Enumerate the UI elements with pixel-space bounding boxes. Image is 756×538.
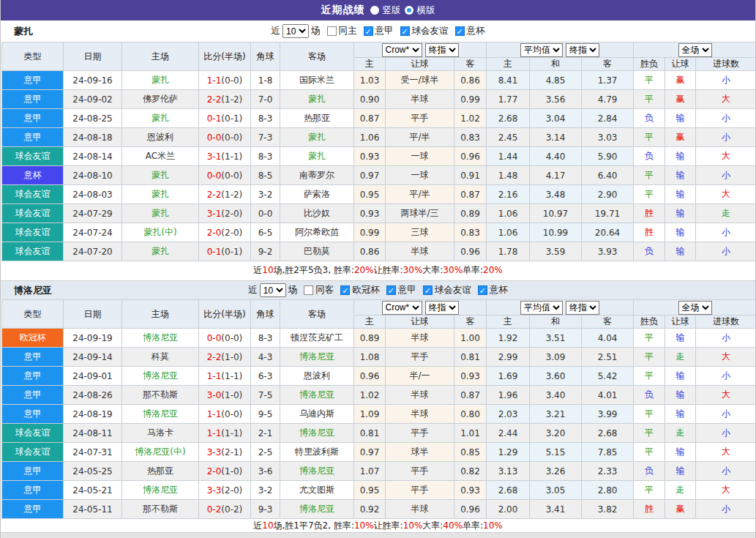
home-team-cell: 博洛尼亚 xyxy=(122,481,199,500)
final-odds-select[interactable]: 终指 xyxy=(425,301,459,315)
corners-cell: 3-2 xyxy=(251,185,280,204)
result-handicap: 赢 xyxy=(665,128,696,147)
avg-draw-odds: 3.05 xyxy=(530,481,582,500)
fulltime-score: 0-1 xyxy=(207,247,222,257)
recent-results-page: 近期战绩 竖版 横版 蒙扎 近10场同主✓意甲✓球会友谊✓意杯 类型 日期 xyxy=(0,0,756,538)
avg-draw-odds: 4.85 xyxy=(530,71,582,90)
match-row: 意甲24-08-18恩波利0-0(0-0)7-3蒙扎1.06平/半0.832.4… xyxy=(2,128,756,147)
crow-home-odds: 0.81 xyxy=(354,424,386,443)
subcol-avg-draw: 和 xyxy=(530,315,582,329)
avg-draw-odds: 3.51 xyxy=(530,329,582,348)
match-type-cell: 欧冠杯 xyxy=(2,329,64,348)
crow-away-odds: 0.83 xyxy=(454,128,487,147)
league-filter-2-checkbox[interactable]: ✓ xyxy=(423,285,433,295)
date-cell: 24-07-20 xyxy=(64,242,122,261)
league-filter-1-checkbox[interactable]: ✓ xyxy=(400,26,410,36)
avg-home-odds: 1.92 xyxy=(487,329,530,348)
vertical-layout-radio[interactable] xyxy=(370,6,379,15)
crow-away-odds: 1.02 xyxy=(454,109,487,128)
crow-home-odds: 0.90 xyxy=(354,90,386,109)
same-venue-checkbox[interactable] xyxy=(327,26,337,36)
result-goals: 大 xyxy=(696,386,756,405)
halftime-score: (0-0) xyxy=(221,75,242,86)
final-odds-select-2[interactable]: 终指 xyxy=(566,43,599,57)
crow-handicap: 两球半/三 xyxy=(386,204,454,223)
result-goals: 小 xyxy=(696,367,756,386)
league-filter-3-checkbox[interactable]: ✓ xyxy=(478,285,487,295)
halftime-score: (0-0) xyxy=(221,409,242,419)
fulltime-score: 0-2 xyxy=(207,504,222,515)
match-type-cell: 球会友谊 xyxy=(2,424,64,443)
column-header-corners: 角球 xyxy=(251,300,280,329)
match-type-cell: 意甲 xyxy=(2,71,64,90)
away-team-cell: 蒙扎 xyxy=(280,128,354,147)
away-team-cell: 蒙扎 xyxy=(280,147,354,166)
match-count-select[interactable]: 10 xyxy=(260,283,286,297)
match-row: 球会友谊24-07-31博洛尼亚(中)3-3(2-1)2-5特里波利斯0.97球… xyxy=(2,443,756,462)
avg-draw-odds: 3.21 xyxy=(530,405,582,424)
filter-bar: 近10场同主✓意甲✓球会友谊✓意杯 xyxy=(272,24,485,38)
league-filter-1-checkbox[interactable]: ✓ xyxy=(386,285,396,295)
avg-away-odds: 4.04 xyxy=(582,329,634,348)
fulltime-score: 1-1 xyxy=(207,371,222,381)
crow-home-odds: 0.93 xyxy=(354,204,386,223)
crow-handicap: 平手 xyxy=(386,424,454,443)
same-venue-checkbox[interactable] xyxy=(304,285,313,295)
avg-home-odds: 2.68 xyxy=(487,109,530,128)
corners-cell: 8-3 xyxy=(251,109,280,128)
avg-home-odds: 2.16 xyxy=(487,185,530,204)
full-match-select[interactable]: 全场 xyxy=(678,301,712,315)
crow-company-select[interactable]: Crow* xyxy=(382,43,422,57)
result-goals: 小 xyxy=(696,109,756,128)
average-odds-select[interactable]: 平均值 xyxy=(520,43,563,57)
score-cell: 0-2(0-2) xyxy=(199,500,251,519)
match-row: 意甲24-08-25蒙扎0-1(0-1)8-3热那亚0.87平手1.022.68… xyxy=(2,109,756,128)
crow-home-odds: 1.07 xyxy=(354,462,386,481)
halftime-score: (2-1) xyxy=(221,447,242,457)
league-filter-2-checkbox[interactable]: ✓ xyxy=(455,26,465,36)
subcol-crow-handicap: 让球 xyxy=(386,315,454,329)
crow-handicap: 平/半 xyxy=(386,128,454,147)
date-cell: 24-08-14 xyxy=(64,147,122,166)
crow-handicap: 平/半 xyxy=(386,185,454,204)
horizontal-layout-label: 横版 xyxy=(417,4,435,17)
crow-away-odds: 0.87 xyxy=(454,386,487,405)
summary-text-segment: 10 xyxy=(262,520,273,531)
final-odds-select-2[interactable]: 终指 xyxy=(566,301,599,315)
league-filter-0-checkbox[interactable]: ✓ xyxy=(340,285,350,295)
column-header-corners: 角球 xyxy=(251,42,280,71)
score-cell: 3-1(1-1) xyxy=(199,147,251,166)
full-match-select[interactable]: 全场 xyxy=(678,43,712,57)
league-filter-0-label: 欧冠杯 xyxy=(352,284,380,296)
final-odds-select[interactable]: 终指 xyxy=(425,43,459,57)
result-goals: 小 xyxy=(696,424,756,443)
match-row: 意甲24-09-01博洛尼亚1-1(1-1)6-3恩波利0.96半/一0.931… xyxy=(2,367,756,386)
match-type-cell: 意甲 xyxy=(2,109,64,128)
result-handicap: 输 xyxy=(665,443,696,462)
league-filter-0-checkbox[interactable]: ✓ xyxy=(364,26,373,36)
result-outcome: 平 xyxy=(634,185,665,204)
match-count-select[interactable]: 10 xyxy=(282,24,309,38)
result-handicap: 输 xyxy=(665,109,696,128)
away-team-cell: 蒙扎 xyxy=(280,90,354,109)
avg-away-odds: 5.90 xyxy=(582,147,634,166)
away-team-cell: 巴勒莫 xyxy=(280,242,354,261)
fulltime-score: 2-0 xyxy=(207,228,222,238)
horizontal-layout-radio[interactable] xyxy=(405,6,413,15)
result-goals: 大 xyxy=(696,147,756,166)
section-header-row: 蒙扎 近10场同主✓意甲✓球会友谊✓意杯 xyxy=(1,20,755,42)
result-handicap: 输 xyxy=(665,166,696,185)
team-name: 蒙扎 xyxy=(14,25,33,38)
result-goals: 大 xyxy=(696,90,756,109)
crow-handicap: 一球 xyxy=(386,147,454,166)
corners-cell: 7-0 xyxy=(251,90,280,109)
avg-draw-odds: 5.15 xyxy=(530,443,582,462)
crow-company-select[interactable]: Crow* xyxy=(382,301,422,315)
filter-prefix-label: 近 xyxy=(248,284,258,296)
crow-home-odds: 0.86 xyxy=(354,242,386,261)
fulltime-score: 2-2 xyxy=(207,190,222,200)
average-odds-select[interactable]: 平均值 xyxy=(520,301,563,315)
match-row: 球会友谊24-07-20蒙扎0-1(0-1)9-2巴勒莫0.86半球0.961.… xyxy=(2,242,756,261)
crow-home-odds: 1.03 xyxy=(354,71,386,90)
corners-cell: 7-5 xyxy=(251,386,280,405)
